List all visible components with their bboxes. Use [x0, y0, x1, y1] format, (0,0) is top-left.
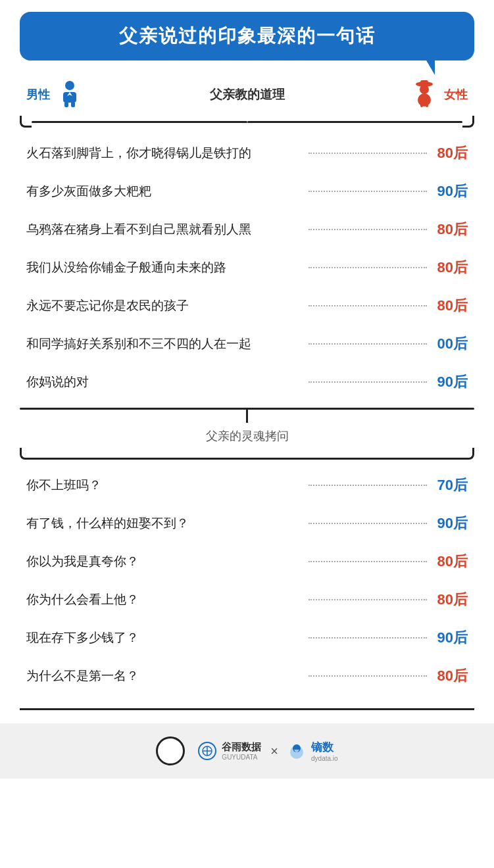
item-text: 乌鸦落在猪身上看不到自己黑就看别人黑 [26, 221, 301, 238]
brand2-name: 镝数 [311, 740, 338, 755]
section1-item-row: 有多少灰面做多大粑粑 90后 [26, 172, 468, 210]
svg-rect-10 [426, 104, 428, 107]
footer-wrapper: 谷雨数据 GUYUDATA × 镝数 dydata.io [0, 723, 494, 779]
brand2-sub: dydata.io [311, 755, 338, 762]
item-tag: 00后 [435, 334, 468, 354]
svg-rect-6 [420, 80, 428, 85]
item-tag: 80后 [435, 143, 468, 163]
footer: 谷雨数据 GUYUDATA × 镝数 dydata.io [0, 723, 494, 779]
item-text: 你为什么会看上他？ [26, 591, 301, 608]
section2-item-row: 为什么不是第一名？ 80后 [26, 657, 468, 695]
footer-divider-top [20, 708, 474, 710]
gender-right: 女性 [410, 79, 468, 110]
item-text: 火石落到脚背上，你才晓得锅儿是铁打的 [26, 145, 301, 162]
item-text: 为什么不是第一名？ [26, 667, 301, 685]
footer-circle [156, 736, 185, 765]
item-tag: 80后 [435, 220, 468, 239]
item-dots [309, 229, 427, 230]
section1-item-row: 乌鸦落在猪身上看不到自己黑就看别人黑 80后 [26, 210, 468, 249]
item-dots [309, 599, 427, 600]
item-text: 现在存下多少钱了？ [26, 629, 301, 646]
svg-point-7 [420, 85, 429, 94]
section2-label: 父亲的灵魂拷问 [206, 423, 289, 443]
section2-bracket [0, 446, 494, 460]
bracket2-curve-left [20, 448, 32, 460]
svg-point-8 [418, 93, 431, 107]
item-tag: 90后 [435, 628, 468, 648]
female-icon [410, 79, 439, 110]
item-tag: 70后 [435, 475, 468, 495]
section1-item-row: 永远不要忘记你是农民的孩子 80后 [26, 287, 468, 325]
item-dots [309, 267, 427, 268]
item-tag: 80后 [435, 590, 468, 610]
item-tag: 80后 [435, 666, 468, 686]
bracket-curve-left [20, 116, 32, 128]
bracket-curve-right [462, 116, 474, 128]
male-label: 男性 [26, 87, 50, 103]
gender-left: 男性 [26, 79, 84, 110]
item-text: 有多少灰面做多大粑粑 [26, 183, 301, 200]
item-text: 你以为我是真夸你？ [26, 553, 301, 570]
divider-tick [246, 410, 248, 423]
item-tag: 80后 [435, 296, 468, 316]
section1-item-row: 和同学搞好关系别和不三不四的人在一起 00后 [26, 325, 468, 363]
svg-point-0 [65, 81, 74, 90]
svg-rect-9 [420, 104, 423, 107]
brand-separator: × [266, 744, 282, 759]
item-text: 你不上班吗？ [26, 477, 301, 494]
item-text: 和同学搞好关系别和不三不四的人在一起 [26, 335, 301, 352]
brand2-text: 镝数 dydata.io [311, 740, 338, 762]
brand1-icon [198, 742, 216, 760]
female-label: 女性 [444, 87, 468, 103]
item-dots [309, 343, 427, 345]
item-text: 你妈说的对 [26, 374, 301, 391]
item-tag: 90后 [435, 181, 468, 201]
section1-item-row: 火石落到脚背上，你才晓得锅儿是铁打的 80后 [26, 134, 468, 172]
section1-items: 火石落到脚背上，你才晓得锅儿是铁打的 80后 有多少灰面做多大粑粑 90后 乌鸦… [0, 128, 494, 408]
section2-item-row: 现在存下多少钱了？ 90后 [26, 619, 468, 657]
item-tag: 90后 [435, 514, 468, 533]
item-text: 我们从没给你铺金子般通向未来的路 [26, 259, 301, 276]
item-text: 有了钱，什么样的妞娶不到？ [26, 515, 301, 532]
section2-label-area: 父亲的灵魂拷问 [0, 423, 494, 446]
bracket2-curve-right [462, 448, 474, 460]
item-dots [309, 305, 427, 306]
section2-item-row: 你以为我是真夸你？ 80后 [26, 542, 468, 581]
brand1-name: 谷雨数据 [222, 741, 261, 754]
top-bracket [0, 110, 494, 128]
brand1-sub: GUYUDATA [222, 754, 261, 761]
male-icon [55, 79, 84, 110]
svg-rect-4 [71, 102, 75, 107]
footer-divider-wrapper [0, 702, 494, 710]
header-title: 父亲说过的印象最深的一句话 [33, 24, 461, 49]
svg-rect-3 [64, 102, 68, 107]
item-dots [309, 191, 427, 192]
section-divider-wrapper [0, 408, 494, 423]
item-dots [309, 637, 427, 639]
item-dots [309, 523, 427, 524]
bracket-line-left [32, 121, 247, 123]
item-tag: 80后 [435, 258, 468, 277]
section1-item-row: 你妈说的对 90后 [26, 363, 468, 401]
header-bubble: 父亲说过的印象最深的一句话 [20, 12, 474, 60]
gender-row: 男性 父亲教的道理 [0, 67, 494, 110]
section2-items: 你不上班吗？ 70后 有了钱，什么样的妞娶不到？ 90后 你以为我是真夸你？ 8… [0, 460, 494, 702]
bracket2-line [32, 458, 462, 460]
section2-item-row: 你不上班吗？ 70后 [26, 466, 468, 504]
section1-center-label: 父亲教的道理 [210, 86, 285, 103]
item-dots [309, 675, 427, 677]
brand2-icon [287, 742, 306, 760]
section1-item-row: 我们从没给你铺金子般通向未来的路 80后 [26, 249, 468, 287]
footer-brand: 谷雨数据 GUYUDATA × 镝数 dydata.io [198, 740, 337, 762]
bracket-line-right [247, 121, 463, 123]
brand1-text: 谷雨数据 GUYUDATA [222, 741, 261, 761]
item-tag: 80后 [435, 552, 468, 571]
item-dots [309, 561, 427, 562]
item-dots [309, 153, 427, 154]
section2-item-row: 你为什么会看上他？ 80后 [26, 581, 468, 619]
item-tag: 90后 [435, 372, 468, 392]
item-dots [309, 485, 427, 486]
item-text: 永远不要忘记你是农民的孩子 [26, 297, 301, 314]
item-dots [309, 381, 427, 383]
section2-item-row: 有了钱，什么样的妞娶不到？ 90后 [26, 504, 468, 542]
